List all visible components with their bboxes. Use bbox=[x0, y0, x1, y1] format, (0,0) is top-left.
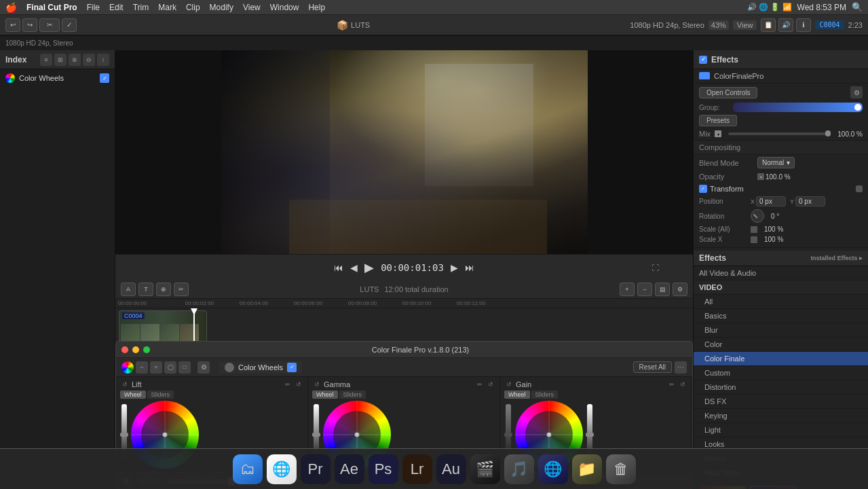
mix-slider[interactable] bbox=[728, 132, 831, 135]
settings-btn[interactable]: ⚙ bbox=[673, 283, 687, 296]
open-controls-button[interactable]: Open Controls bbox=[699, 87, 757, 98]
gain-center-dot[interactable] bbox=[546, 432, 552, 437]
effect-gear-button[interactable]: ⚙ bbox=[850, 86, 863, 98]
dock-au[interactable]: Au bbox=[436, 454, 466, 484]
category-basics[interactable]: Basics bbox=[694, 309, 868, 323]
menu-trim[interactable]: Trim bbox=[133, 3, 149, 12]
dock-ps[interactable]: Ps bbox=[369, 454, 398, 484]
dock-finder[interactable]: 🗂 bbox=[233, 454, 263, 484]
category-color[interactable]: Color bbox=[694, 338, 868, 352]
transform-checkbox[interactable]: ✓ bbox=[699, 185, 707, 193]
gamma-wheel-tab[interactable]: Wheel bbox=[312, 391, 338, 399]
lift-sliders-tab[interactable]: Sliders bbox=[147, 391, 174, 399]
search-icon[interactable]: 🔍 bbox=[852, 2, 863, 12]
lift-center-dot[interactable] bbox=[162, 432, 168, 437]
lift-wheel-tab[interactable]: Wheel bbox=[120, 391, 146, 399]
rotation-dial[interactable] bbox=[751, 209, 764, 223]
gamma-center-dot[interactable] bbox=[354, 432, 360, 437]
mix-dropdown[interactable]: ▾ bbox=[715, 130, 721, 137]
opacity-dropdown-icon[interactable]: ▾ bbox=[757, 173, 764, 180]
back-frame-button[interactable]: ◀ bbox=[350, 262, 358, 273]
more-options-btn[interactable]: ⋯ bbox=[675, 361, 687, 374]
category-video[interactable]: VIDEO bbox=[694, 280, 868, 295]
menu-modify[interactable]: Modify bbox=[210, 3, 233, 12]
check-button[interactable]: ✓ bbox=[62, 18, 77, 32]
redo-button[interactable]: ↪ bbox=[22, 18, 37, 32]
menu-file[interactable]: File bbox=[87, 3, 100, 12]
category-color-finale[interactable]: Color Finale bbox=[694, 352, 868, 366]
category-blur[interactable]: Blur bbox=[694, 323, 868, 338]
panel-settings-btn[interactable]: ⚙ bbox=[197, 361, 210, 374]
category-distortion[interactable]: Distortion bbox=[694, 380, 868, 395]
minimize-window-button[interactable] bbox=[132, 346, 139, 353]
grid-view-btn[interactable]: ⊞ bbox=[54, 54, 67, 66]
category-ds-fx[interactable]: DS FX bbox=[694, 395, 868, 409]
gain-sliders-tab[interactable]: Sliders bbox=[531, 391, 559, 399]
category-custom[interactable]: Custom bbox=[694, 366, 868, 380]
group-slider[interactable] bbox=[733, 103, 863, 112]
gamma-extra-btn[interactable]: ↺ bbox=[486, 380, 495, 389]
maximize-window-button[interactable] bbox=[143, 346, 150, 353]
dock-lr[interactable]: Lr bbox=[402, 454, 432, 484]
close-window-button[interactable] bbox=[121, 346, 128, 353]
play-button[interactable]: ▶ bbox=[364, 260, 374, 275]
menu-edit[interactable]: Edit bbox=[109, 3, 124, 12]
zoom-level[interactable]: 43% bbox=[709, 20, 729, 30]
zoom-out-btn[interactable]: − bbox=[637, 283, 652, 296]
position-x-input[interactable]: 0 px bbox=[756, 196, 786, 206]
wheels-enabled-checkbox[interactable]: ✓ bbox=[287, 363, 297, 372]
color-wheels-checkbox[interactable]: ✓ bbox=[100, 73, 109, 83]
lift-reset-btn[interactable]: ↺ bbox=[120, 380, 130, 389]
scale-all-dropdown[interactable] bbox=[751, 226, 757, 233]
skip-forward-button[interactable]: ⏭ bbox=[465, 262, 474, 273]
info-icon[interactable]: ℹ bbox=[796, 18, 811, 32]
presets-button[interactable]: Presets bbox=[699, 115, 737, 126]
shapes-btn[interactable]: ◯ bbox=[164, 361, 176, 374]
color-wheel-btn[interactable] bbox=[121, 361, 134, 374]
blend-mode-dropdown[interactable]: Normal ▾ bbox=[757, 157, 795, 168]
menu-window[interactable]: Window bbox=[270, 3, 299, 12]
hsl-btn[interactable]: ≈ bbox=[150, 361, 162, 374]
dock-app3[interactable]: 🌐 bbox=[538, 454, 568, 484]
category-all-video[interactable]: All Video & Audio bbox=[694, 266, 868, 280]
app-name[interactable]: Final Cut Pro bbox=[26, 3, 77, 12]
skip-back-button[interactable]: ⏮ bbox=[334, 262, 343, 273]
gain-reset-btn[interactable]: ↺ bbox=[504, 380, 514, 389]
gamma-edit-btn[interactable]: ✏ bbox=[475, 380, 485, 389]
lut-btn[interactable]: □ bbox=[178, 361, 191, 374]
dock-trash[interactable]: 🗑 bbox=[606, 454, 636, 484]
dock-fcpx[interactable]: 🎬 bbox=[470, 454, 500, 484]
curves-btn[interactable]: ～ bbox=[136, 361, 148, 374]
dock-app2[interactable]: 🎵 bbox=[504, 454, 534, 484]
appearance-btn[interactable]: ▤ bbox=[655, 283, 670, 296]
scale-x-dropdown[interactable] bbox=[751, 236, 757, 243]
timeline-tool-3[interactable]: ⊕ bbox=[156, 283, 171, 296]
inspector-icon[interactable]: 📋 bbox=[761, 18, 776, 32]
timeline-tool-4[interactable]: ✂ bbox=[174, 283, 189, 296]
undo-button[interactable]: ↩ bbox=[5, 18, 20, 32]
gain-slider-thumb-r[interactable] bbox=[586, 433, 594, 437]
gain-extra-btn[interactable]: ↺ bbox=[678, 380, 687, 389]
sort-btn[interactable]: ↕ bbox=[97, 54, 109, 66]
menu-help[interactable]: Help bbox=[308, 3, 325, 12]
audio-icon[interactable]: 🔊 bbox=[778, 18, 793, 32]
dock-premiere[interactable]: Pr bbox=[301, 454, 331, 484]
trim-button[interactable]: ✂ bbox=[39, 18, 60, 32]
gain-wheel-tab[interactable]: Wheel bbox=[504, 391, 530, 399]
effect-enabled-checkbox[interactable] bbox=[699, 72, 710, 80]
lift-slider-thumb[interactable] bbox=[120, 433, 128, 437]
menu-mark[interactable]: Mark bbox=[158, 3, 176, 12]
menu-view[interactable]: View bbox=[243, 3, 261, 12]
position-y-input[interactable]: 0 px bbox=[795, 196, 825, 206]
category-keying[interactable]: Keying bbox=[694, 409, 868, 423]
apple-menu[interactable]: 🍎 bbox=[5, 2, 17, 13]
list-view-btn[interactable]: ≡ bbox=[40, 54, 52, 66]
index-label[interactable]: Index bbox=[5, 55, 26, 65]
dock-chrome[interactable]: 🌐 bbox=[267, 454, 297, 484]
forward-frame-button[interactable]: ▶ bbox=[451, 262, 458, 273]
zoom-in-btn[interactable]: + bbox=[620, 283, 635, 296]
tag-btn[interactable]: ⊕ bbox=[69, 54, 81, 66]
transform-link-icon[interactable] bbox=[856, 185, 863, 192]
lift-extra-btn[interactable]: ↺ bbox=[294, 380, 303, 389]
dock-ae[interactable]: Ae bbox=[335, 454, 364, 484]
